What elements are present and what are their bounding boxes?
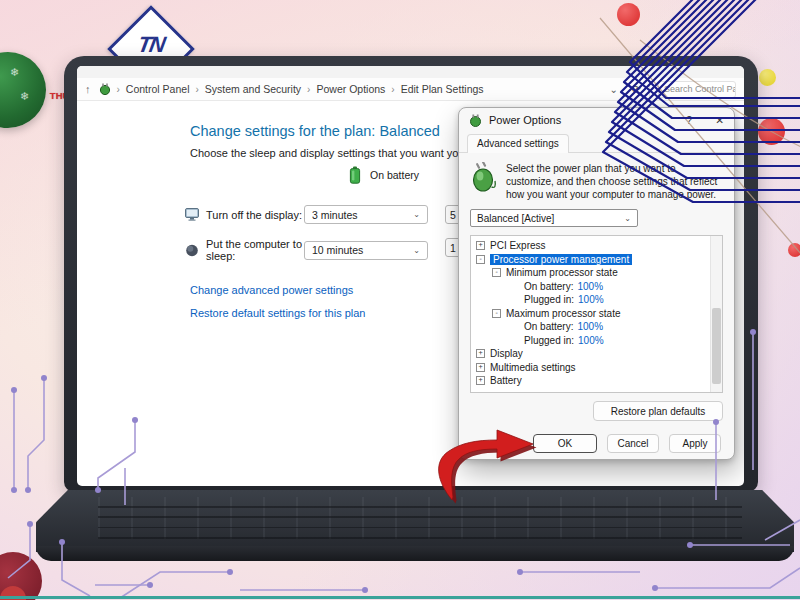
dialog-titlebar[interactable]: Power Options ? ✕ [459,108,734,132]
laptop-screen: ↑ › Control Panel › System and Security … [77,66,744,486]
tree-value[interactable]: 100% [578,335,604,346]
tree-value-label: Plugged in: [524,294,574,305]
tree-item-pci-express[interactable]: + PCI Express [471,239,722,253]
restore-defaults-link[interactable]: Restore default settings for this plan [190,307,365,319]
expander-icon[interactable]: + [476,363,485,372]
page-title: Change settings for the plan: Balanced [190,123,440,139]
plugged-in-display-value: 5 [450,209,456,221]
laptop-keyboard [98,497,742,539]
promo-canvas: ❄ ❄ TN Computer THUAN NHAN COMPUTER ↑ › … [0,0,800,600]
breadcrumb-system-security[interactable]: System and Security [205,83,301,95]
window-titlebar [77,66,744,78]
apply-button[interactable]: Apply [669,434,721,453]
close-icon[interactable]: ✕ [715,114,724,126]
logo-monogram: TN [137,35,166,55]
tree-value[interactable]: 100% [577,281,603,292]
sleep-setting-row: Put the computer to sleep: 10 minutes ⌄ [185,238,428,262]
tree-scrollbar[interactable] [710,236,722,392]
decor-red-dot [788,243,800,257]
plan-selector-dropdown[interactable]: Balanced [Active] ⌄ [470,209,638,227]
on-battery-header: On battery [349,166,419,184]
power-options-icon [469,114,482,127]
advanced-settings-tree: + PCI Express - Processor power manageme… [470,235,723,393]
power-options-icon [99,83,111,95]
decor-yellow-dot [759,69,776,86]
address-dropdown-icon[interactable]: ⌄ [609,84,617,95]
tree-item-label: PCI Express [490,240,546,251]
tree-value[interactable]: 100% [577,321,603,332]
help-icon[interactable]: ? [686,114,692,126]
chevron-down-icon: ⌄ [624,214,631,223]
scrollbar-thumb[interactable] [712,308,721,384]
up-arrow-icon[interactable]: ↑ [85,83,91,95]
breadcrumb-separator: › [391,84,394,95]
sleep-timeout-value: 10 minutes [312,244,363,256]
refresh-icon[interactable]: ⟳ [632,83,641,96]
decor-red-dot [617,3,640,26]
turn-off-display-label: Turn off the display: [206,209,304,221]
dialog-tabstrip: Advanced settings [459,132,734,153]
tree-value[interactable]: 100% [578,294,604,305]
tree-value-label: On battery: [524,321,573,332]
tree-item-label-selected: Processor power management [490,254,632,265]
dialog-title: Power Options [489,114,561,126]
tree-item-label: Display [490,348,523,359]
display-icon [185,208,199,221]
expander-icon[interactable]: - [492,268,501,277]
expander-icon[interactable]: + [476,349,485,358]
battery-icon [349,166,361,184]
restore-plan-defaults-button[interactable]: Restore plan defaults [593,401,723,421]
tab-advanced-settings[interactable]: Advanced settings [467,134,569,153]
breadcrumb-separator: › [307,84,310,95]
tree-item-maximum-processor-state[interactable]: - Maximum processor state [471,307,722,321]
expander-icon[interactable]: + [476,376,485,385]
tree-value-row[interactable]: On battery: 100% [471,280,722,294]
dialog-description-row: Select the power plan that you want to c… [470,162,723,201]
power-plug-icon [470,162,497,193]
display-timeout-dropdown[interactable]: 3 minutes ⌄ [304,205,428,224]
tree-value-label: Plugged in: [524,335,574,346]
breadcrumb-separator: › [195,84,198,95]
chevron-down-icon: ⌄ [413,210,420,219]
sleep-timeout-label: Put the computer to sleep: [206,238,304,262]
address-bar: ↑ › Control Panel › System and Security … [77,78,744,101]
breadcrumb-power-options[interactable]: Power Options [316,83,385,95]
dialog-description: Select the power plan that you want to c… [506,162,723,201]
tree-value-row[interactable]: Plugged in: 100% [471,293,722,307]
tree-value-row[interactable]: Plugged in: 100% [471,334,722,348]
tree-item-minimum-processor-state[interactable]: - Minimum processor state [471,266,722,280]
cancel-button[interactable]: Cancel [607,434,659,453]
snowflake-icon: ❄ [10,66,19,79]
expander-icon[interactable]: - [476,255,485,264]
breadcrumb-control-panel[interactable]: Control Panel [126,83,190,95]
tree-item-display[interactable]: + Display [471,347,722,361]
tree-item-multimedia-settings[interactable]: + Multimedia settings [471,361,722,375]
search-input[interactable]: Search Control Panel [658,81,736,98]
laptop-front-lip [36,546,794,561]
chevron-down-icon: ⌄ [413,246,420,255]
expander-icon[interactable]: + [476,241,485,250]
sleep-icon [185,244,199,257]
tree-value-row[interactable]: On battery: 100% [471,320,722,334]
display-setting-row: Turn off the display: 3 minutes ⌄ [185,205,428,224]
tree-item-battery[interactable]: + Battery [471,374,722,388]
tree-item-label: Battery [490,375,522,386]
tree-item-label: Minimum processor state [506,267,618,278]
ok-button[interactable]: OK [533,434,597,453]
sleep-timeout-dropdown[interactable]: 10 minutes ⌄ [304,241,428,260]
breadcrumb-edit-plan-settings[interactable]: Edit Plan Settings [401,83,484,95]
plugged-in-sleep-value: 1 [450,242,456,254]
on-battery-label: On battery [370,169,419,181]
advanced-settings-link[interactable]: Change advanced power settings [190,284,353,296]
tree-value-label: On battery: [524,281,573,292]
tree-item-label: Maximum processor state [506,308,620,319]
breadcrumb-separator: › [117,84,120,95]
tree-item-label: Multimedia settings [490,362,576,373]
display-timeout-value: 3 minutes [312,209,358,221]
tree-item-processor-power-management[interactable]: - Processor power management [471,253,722,267]
expander-icon[interactable]: - [492,309,501,318]
decor-red-dot [758,118,785,145]
plan-selector-value: Balanced [Active] [477,213,554,224]
divider [649,82,650,97]
power-options-dialog: Power Options ? ✕ Advanced settings Sele… [458,107,735,460]
